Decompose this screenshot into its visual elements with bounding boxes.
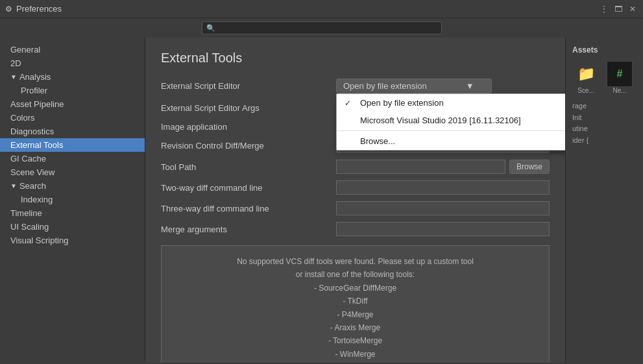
- vcs-info-text: No supported VCS diff tools were found. …: [237, 257, 474, 363]
- sidebar-item-analysis[interactable]: ▼ Analysis: [0, 70, 145, 84]
- right-text-line1: rage: [572, 101, 637, 112]
- search-input-wrap: 🔍: [202, 21, 442, 34]
- external-script-editor-control: Open by file extension ▼ ✓ Open by file …: [336, 79, 550, 93]
- asset-label-script: Ne...: [613, 87, 626, 94]
- dropdown-option-open-by-ext-label: Open by file extension: [360, 98, 444, 108]
- content-area: External Tools External Script Editor Op…: [145, 38, 565, 363]
- two-way-diff-row: Two-way diff command line: [161, 180, 550, 195]
- two-way-diff-control: [336, 180, 550, 195]
- dropdown-option-vs2019-label: Microsoft Visual Studio 2019 [16.11.3210…: [360, 115, 521, 125]
- page-title: External Tools: [161, 51, 550, 66]
- tool-path-row: Tool Path Browse: [161, 160, 550, 174]
- dropdown-arrow-icon: ▼: [466, 81, 474, 91]
- gear-icon: ⚙: [5, 5, 12, 14]
- three-way-diff-label: Three-way diff command line: [161, 204, 330, 213]
- checkmark-icon: ✓: [345, 99, 355, 108]
- script-editor-dropdown-value: Open by file extension: [343, 81, 427, 91]
- vcs-info-box: No supported VCS diff tools were found. …: [161, 245, 550, 363]
- merge-arguments-row: Merge arguments: [161, 222, 550, 236]
- search-icon: 🔍: [206, 24, 215, 32]
- two-way-diff-input[interactable]: [336, 180, 550, 195]
- external-script-editor-row: External Script Editor Open by file exte…: [161, 79, 550, 93]
- chevron-down-icon-search: ▼: [10, 182, 17, 189]
- script-icon: #: [607, 61, 633, 87]
- asset-label-scene: Sce...: [577, 87, 594, 94]
- main-layout: General 2D ▼ Analysis Profiler Asset Pip…: [0, 38, 643, 363]
- dropdown-divider: [337, 130, 565, 131]
- merge-arguments-label: Merge arguments: [161, 224, 330, 234]
- sidebar-item-external-tools[interactable]: External Tools: [0, 138, 145, 152]
- script-editor-dropdown-btn[interactable]: Open by file extension ▼: [336, 79, 492, 93]
- sidebar-item-ui-scaling[interactable]: UI Scaling: [0, 220, 145, 234]
- sidebar-item-scene-view[interactable]: Scene View: [0, 165, 145, 179]
- merge-arguments-control: [336, 222, 550, 236]
- dropdown-option-open-by-ext[interactable]: ✓ Open by file extension: [337, 94, 565, 112]
- script-editor-dropdown[interactable]: Open by file extension ▼ ✓ Open by file …: [336, 79, 492, 93]
- title-bar-left: ⚙ Preferences: [5, 4, 62, 14]
- sidebar-item-2d[interactable]: 2D: [0, 56, 145, 70]
- search-input[interactable]: [218, 23, 437, 32]
- dropdown-option-vs2019[interactable]: Microsoft Visual Studio 2019 [16.11.3210…: [337, 112, 565, 129]
- sidebar-item-analysis-label: Analysis: [19, 72, 51, 82]
- chevron-down-icon: ▼: [10, 73, 17, 80]
- sidebar-item-indexing[interactable]: Indexing: [0, 193, 145, 206]
- three-way-diff-input[interactable]: [336, 201, 550, 215]
- browse-button[interactable]: Browse: [509, 160, 550, 174]
- right-text-line4: ider {: [572, 135, 637, 147]
- sidebar-item-search-label: Search: [19, 181, 46, 191]
- sidebar-item-search[interactable]: ▼ Search: [0, 179, 145, 193]
- image-application-label: Image application: [161, 122, 330, 132]
- merge-arguments-input[interactable]: [336, 222, 550, 236]
- tool-path-control: Browse: [336, 160, 550, 174]
- right-panel: Assets 📁 Sce... # Ne... rage Init utine …: [565, 38, 643, 363]
- more-options-button[interactable]: ⋮: [599, 4, 609, 14]
- sidebar-item-timeline[interactable]: Timeline: [0, 206, 145, 220]
- sidebar-item-general[interactable]: General: [0, 43, 145, 56]
- external-script-editor-label: External Script Editor: [161, 81, 330, 91]
- title-bar: ⚙ Preferences ⋮ 🗖 ✕: [0, 0, 643, 18]
- asset-grid: 📁 Sce... # Ne...: [566, 57, 643, 98]
- external-script-editor-args-label: External Script Editor Args: [161, 103, 330, 113]
- revision-control-label: Revision Control Diff/Merge: [161, 141, 330, 151]
- right-panel-code-text: rage Init utine ider {: [566, 98, 643, 149]
- title-bar-controls: ⋮ 🗖 ✕: [599, 4, 638, 14]
- sidebar-item-visual-scripting[interactable]: Visual Scripting: [0, 234, 145, 247]
- sidebar-item-diagnostics[interactable]: Diagnostics: [0, 125, 145, 138]
- window-title: Preferences: [16, 4, 62, 14]
- sidebar-item-asset-pipeline[interactable]: Asset Pipeline: [0, 97, 145, 111]
- right-text-line3: utine: [572, 123, 637, 135]
- three-way-diff-control: [336, 201, 550, 215]
- right-text-line2: Init: [572, 112, 637, 124]
- sidebar: General 2D ▼ Analysis Profiler Asset Pip…: [0, 38, 145, 363]
- sidebar-item-profiler[interactable]: Profiler: [0, 84, 145, 97]
- dropdown-browse-option[interactable]: Browse...: [337, 132, 565, 150]
- search-bar: 🔍: [0, 18, 643, 38]
- sidebar-item-colors[interactable]: Colors: [0, 111, 145, 125]
- asset-item-scene: 📁 Sce...: [571, 61, 601, 94]
- folder-icon: 📁: [573, 61, 599, 87]
- script-editor-dropdown-menu: ✓ Open by file extension Microsoft Visua…: [336, 93, 565, 151]
- three-way-diff-row: Three-way diff command line: [161, 201, 550, 215]
- close-button[interactable]: ✕: [627, 4, 638, 14]
- right-panel-title: Assets: [566, 43, 643, 57]
- two-way-diff-label: Two-way diff command line: [161, 183, 330, 193]
- asset-item-script: # Ne...: [605, 61, 635, 94]
- sidebar-item-gi-cache[interactable]: GI Cache: [0, 152, 145, 165]
- minimize-button[interactable]: 🗖: [613, 4, 624, 14]
- tool-path-input[interactable]: [336, 160, 505, 174]
- tool-path-label: Tool Path: [161, 162, 330, 172]
